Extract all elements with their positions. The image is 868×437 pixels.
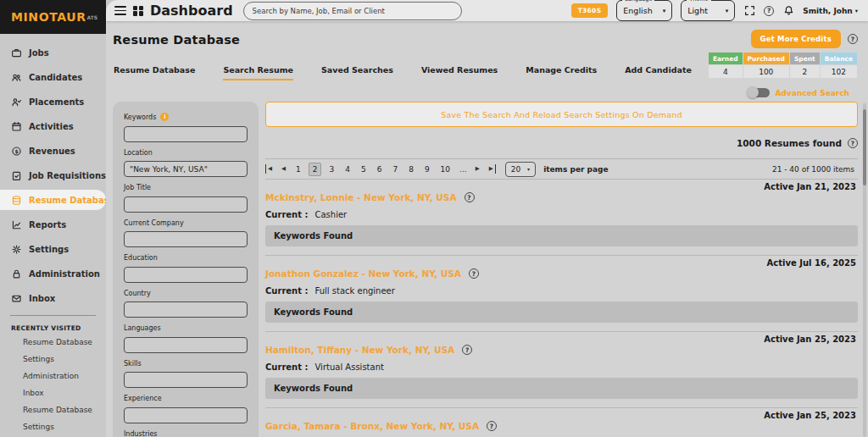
brand-logo[interactable]: MINOTAURATS — [0, 0, 106, 34]
sidebar: MINOTAURATS Jobs Candidates Placements A… — [0, 0, 106, 437]
experience-input[interactable] — [124, 407, 248, 423]
svg-text:$: $ — [14, 147, 18, 153]
page-size-select[interactable]: 20 ▾ — [505, 162, 536, 177]
user-menu[interactable]: Smith, John ▾ — [803, 7, 858, 15]
page-number-active[interactable]: 2 — [309, 163, 322, 176]
keywords-found-bar[interactable]: Keywords Found — [265, 301, 858, 323]
candidate-name-link[interactable]: Garcia, Tamara - Bronx, New York, NY, US… — [265, 421, 479, 431]
location-input[interactable] — [124, 161, 248, 177]
fullscreen-icon[interactable] — [743, 5, 755, 17]
sidebar-item-administration[interactable]: Administration — [0, 263, 106, 284]
tab-add-candidate[interactable]: Add Candidate — [625, 65, 692, 80]
global-search-input[interactable] — [253, 7, 453, 15]
skills-input[interactable] — [124, 372, 248, 388]
advanced-search-toggle[interactable] — [748, 88, 770, 97]
notifications-bell-icon[interactable] — [782, 5, 794, 17]
keywords-found-bar[interactable]: Keywords Found — [265, 378, 858, 399]
filter-label: Skills — [124, 360, 142, 368]
theme-select-label: Theme — [687, 0, 710, 3]
sidebar-item-settings[interactable]: Settings — [0, 239, 106, 259]
current-job-title: Full stack engineer — [314, 286, 394, 296]
sidebar-item-job-requisitions[interactable]: Job Requisitions — [0, 165, 106, 185]
page-number[interactable]: 7 — [389, 163, 401, 175]
recently-visited-item[interactable]: Settings — [0, 418, 106, 435]
country-input[interactable] — [124, 301, 248, 318]
tab-saved-searches[interactable]: Saved Searches — [321, 65, 393, 80]
current-job-title: Cashier — [314, 210, 347, 219]
candidate-help-icon[interactable]: ? — [465, 192, 475, 202]
brand-name: MINOTAUR — [11, 10, 86, 24]
credits-help-icon[interactable]: ? — [848, 34, 858, 44]
recently-visited-item[interactable]: Administration — [0, 368, 106, 384]
sidebar-item-activities[interactable]: Activities — [0, 116, 106, 136]
filter-keywords: Keywords i — [124, 113, 248, 142]
keywords-found-bar[interactable]: Keywords Found — [265, 225, 858, 246]
result-row: Active Jan 25, 2023 Hamilton, Tiffany - … — [265, 332, 858, 408]
sidebar-item-inbox[interactable]: Inbox — [0, 288, 106, 308]
current-company-input[interactable] — [124, 231, 248, 247]
scrollbar-thumb[interactable] — [863, 109, 866, 185]
recently-visited-item[interactable]: Resume Database — [0, 401, 106, 418]
candidate-name-link[interactable]: Hamilton, Tiffany - New York, NY, USA — [265, 345, 454, 355]
education-input[interactable] — [124, 267, 248, 283]
page-number[interactable]: 3 — [326, 163, 337, 175]
filter-label: Industries — [124, 430, 157, 437]
advanced-search-label: Advanced Search — [775, 89, 849, 97]
page-number[interactable]: 6 — [374, 163, 386, 175]
candidate-name-link[interactable]: Jonathon Gonzalez - New York, NY, USA — [265, 268, 461, 279]
filter-languages: Languages — [124, 324, 248, 353]
candidate-help-icon[interactable]: ? — [462, 345, 472, 355]
page-number[interactable]: 4 — [342, 163, 353, 175]
recently-visited-item[interactable]: Inbox — [0, 384, 106, 401]
tab-manage-credits[interactable]: Manage Credits — [526, 65, 597, 80]
recently-visited-item[interactable]: Resume Database — [0, 334, 106, 351]
items-per-page-label: items per page — [543, 165, 609, 174]
sidebar-item-jobs[interactable]: Jobs — [0, 42, 106, 63]
save-search-button[interactable]: Save The Search And Reload Search Settin… — [265, 102, 858, 127]
job-title-input[interactable] — [124, 196, 248, 213]
theme-select[interactable]: Theme Light ▾ — [681, 0, 735, 21]
vertical-scrollbar[interactable] — [863, 103, 866, 437]
info-icon[interactable]: i — [160, 113, 169, 121]
tab-viewed-resumes[interactable]: Viewed Resumes — [421, 65, 498, 80]
help-icon[interactable]: ? — [764, 6, 774, 16]
filter-label: Keywords — [124, 113, 156, 121]
filter-label: Experience — [124, 395, 162, 402]
clipboard-check-icon — [11, 170, 22, 181]
menu-toggle-icon[interactable] — [114, 6, 126, 14]
credits-col-spent: Spent — [790, 53, 820, 64]
sidebar-item-label: Activities — [29, 122, 74, 131]
sidebar-item-label: Settings — [29, 245, 69, 254]
next-page-button[interactable]: ▶ — [473, 164, 482, 174]
languages-input[interactable] — [124, 337, 248, 353]
recently-visited-item[interactable]: Settings — [0, 351, 106, 368]
sidebar-item-revenues[interactable]: $ Revenues — [0, 141, 106, 161]
sidebar-item-reports[interactable]: Reports — [0, 214, 106, 235]
page-number[interactable]: 10 — [437, 163, 453, 175]
sidebar-item-placements[interactable]: Placements — [0, 91, 106, 112]
dollar-circle-icon: $ — [11, 146, 22, 157]
candidate-name-link[interactable]: Mckinstry, Lonnie - New York, NY, USA — [265, 192, 457, 202]
credits-col-purchased: Purchased — [743, 53, 789, 64]
candidate-help-icon[interactable]: ? — [469, 268, 479, 279]
candidate-help-icon[interactable]: ? — [487, 421, 497, 431]
results-help-icon[interactable]: ? — [848, 138, 858, 148]
tab-resume-database[interactable]: Resume Database — [114, 65, 195, 80]
calendar-icon — [11, 121, 22, 132]
tab-search-resume[interactable]: Search Resume — [223, 65, 293, 80]
page-number[interactable]: 1 — [292, 163, 304, 175]
language-select[interactable]: Language English ▾ — [616, 0, 672, 21]
page-number[interactable]: 5 — [358, 163, 370, 175]
filter-label: Location — [124, 149, 153, 157]
prev-page-button[interactable]: ◀ — [279, 164, 288, 174]
keywords-input[interactable] — [124, 126, 248, 142]
dashboard-grid-icon[interactable] — [133, 6, 143, 16]
get-more-credits-button[interactable]: Get More Credits — [751, 30, 842, 48]
sidebar-item-resume-database[interactable]: Resume Database — [0, 190, 106, 210]
page-number[interactable]: 8 — [405, 163, 417, 175]
last-page-button[interactable]: ▶ — [487, 164, 496, 174]
version-badge[interactable]: T360S — [571, 3, 609, 18]
sidebar-item-candidates[interactable]: Candidates — [0, 67, 106, 87]
page-number[interactable]: 9 — [421, 163, 433, 175]
first-page-button[interactable]: ◀ — [265, 164, 275, 174]
